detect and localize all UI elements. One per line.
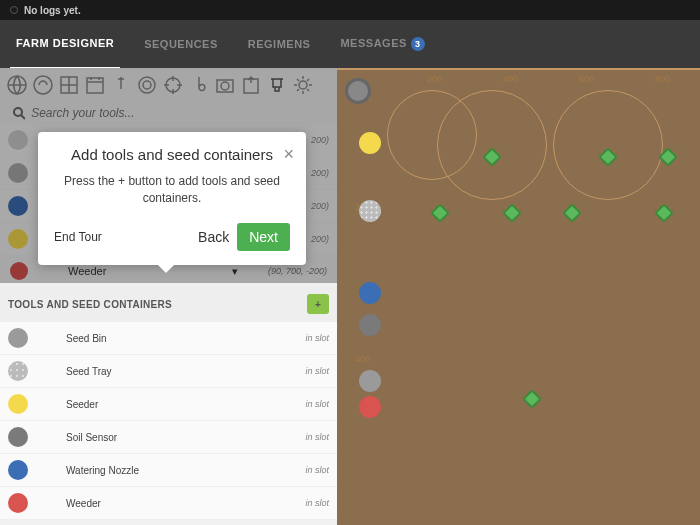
map-tool-watering[interactable]: [359, 282, 381, 304]
tab-sequences[interactable]: SEQUENCES: [138, 20, 224, 68]
gantry-position-icon: [345, 78, 371, 104]
leaf-icon[interactable]: [32, 74, 54, 96]
target-icon[interactable]: [136, 74, 158, 96]
list-item[interactable]: Seederin slot: [0, 388, 337, 421]
search-bar: [0, 102, 337, 124]
svg-point-1: [34, 76, 52, 94]
share-icon[interactable]: [240, 74, 262, 96]
map-tool-seed-tray[interactable]: [359, 200, 381, 222]
tour-popover: × Add tools and seed containers Press th…: [38, 132, 306, 265]
panel-title: TOOLS AND SEED CONTAINERS: [8, 299, 172, 310]
plant-icon[interactable]: [654, 203, 674, 223]
pin-icon[interactable]: [110, 74, 132, 96]
ruler-tick: 400: [503, 74, 518, 84]
svg-point-8: [221, 82, 229, 90]
close-icon[interactable]: ×: [283, 144, 294, 165]
popover-title: Add tools and seed containers: [54, 146, 290, 163]
main-nav: FARM DESIGNER SEQUENCES REGIMENS MESSAGE…: [0, 20, 700, 68]
ruler-tick: 400: [355, 354, 370, 364]
globe-icon[interactable]: [6, 74, 28, 96]
map-tool-soil[interactable]: [359, 314, 381, 336]
watering-nozzle-icon: [8, 460, 28, 480]
log-bar: No logs yet.: [0, 0, 700, 20]
tab-regimens[interactable]: REGIMENS: [242, 20, 317, 68]
seed-tray-icon: [8, 361, 28, 381]
svg-point-5: [143, 81, 151, 89]
list-item[interactable]: Weederin slot: [0, 487, 337, 520]
plant-icon[interactable]: [502, 203, 522, 223]
svg-rect-3: [87, 78, 103, 93]
crosshair-icon[interactable]: [162, 74, 184, 96]
camera-icon[interactable]: [214, 74, 236, 96]
weeder-icon: [8, 493, 28, 513]
log-dot-icon: [10, 6, 18, 14]
farm-map[interactable]: 200 400 600 800 200 400: [337, 68, 700, 525]
add-tool-button[interactable]: +: [307, 294, 329, 314]
list-item[interactable]: Seed Binin slot: [0, 322, 337, 355]
designer-icon-bar: [0, 68, 337, 102]
end-tour-button[interactable]: End Tour: [54, 230, 102, 244]
messages-badge: 3: [411, 37, 425, 51]
ruler-tick: 800: [655, 74, 670, 84]
seed-bin-icon: [8, 328, 28, 348]
plant-icon[interactable]: [522, 389, 542, 409]
grid-icon[interactable]: [58, 74, 80, 96]
gear-icon[interactable]: [292, 74, 314, 96]
svg-point-10: [299, 81, 307, 89]
thermometer-icon[interactable]: [188, 74, 210, 96]
ruler-tick: 200: [427, 74, 442, 84]
list-item[interactable]: Watering Nozzlein slot: [0, 454, 337, 487]
map-tool-seeder[interactable]: [359, 132, 381, 154]
next-button[interactable]: Next: [237, 223, 290, 251]
calendar-icon[interactable]: [84, 74, 106, 96]
popover-body: Press the + button to add tools and seed…: [54, 173, 290, 207]
svg-point-4: [139, 77, 155, 93]
tool-list: Seed Binin slot Seed Trayin slot Seederi…: [0, 322, 337, 520]
map-tool-weeder[interactable]: [359, 396, 381, 418]
soil-sensor-icon: [8, 427, 28, 447]
search-icon: [12, 106, 25, 120]
back-button[interactable]: Back: [198, 229, 229, 245]
ruler-tick: 600: [579, 74, 594, 84]
seeder-icon: [8, 394, 28, 414]
plant-icon[interactable]: [562, 203, 582, 223]
tools-panel-header: TOOLS AND SEED CONTAINERS +: [0, 286, 337, 322]
list-item[interactable]: Soil Sensorin slot: [0, 421, 337, 454]
log-msg: No logs yet.: [24, 5, 81, 16]
list-item[interactable]: Seed Trayin slot: [0, 355, 337, 388]
search-input[interactable]: [31, 106, 325, 120]
map-tool-seed-bin[interactable]: [359, 370, 381, 392]
tab-messages[interactable]: MESSAGES3: [334, 19, 430, 69]
svg-point-11: [14, 108, 22, 116]
tool-icon[interactable]: [266, 74, 288, 96]
plant-icon[interactable]: [430, 203, 450, 223]
tab-farm-designer[interactable]: FARM DESIGNER: [10, 19, 120, 70]
